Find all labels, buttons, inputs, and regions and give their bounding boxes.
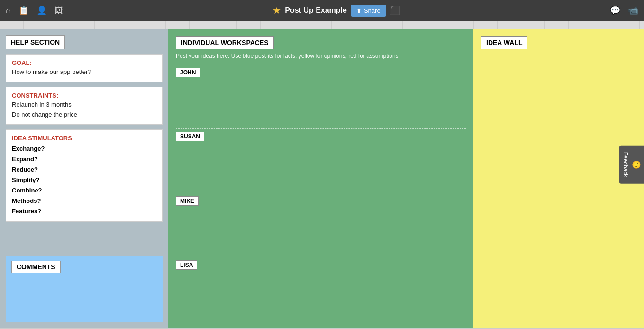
image-icon[interactable]: 🖼 (54, 6, 63, 16)
center-panel: INDIVIDUAL WORKSPACES Post your ideas he… (168, 29, 473, 328)
stimulator-2: Reduce? (12, 164, 156, 175)
nav-left-icons: ⌂ 📋 👤 🖼 (6, 5, 63, 16)
feedback-emoji: 🙂 (632, 160, 641, 169)
workspace-row-lisa[interactable]: LISA (176, 257, 466, 321)
workspace-row-mike[interactable]: MIKE (176, 193, 466, 258)
stimulators-label: IDEA STIMULATORS: (12, 135, 156, 142)
individual-ws-title: INDIVIDUAL WORKSPACES (176, 36, 274, 49)
ruler-marks (0, 21, 644, 29)
workspace-row-john[interactable]: JOHN (176, 65, 466, 129)
nav-right-icons: 💬 📹 (610, 5, 638, 16)
idea-wall-title: IDEA WALL (481, 36, 527, 49)
stimulator-0: Exchange? (12, 144, 156, 154)
constraints-line-1: Relaunch in 3 months (12, 100, 156, 110)
video-icon[interactable]: 📹 (628, 5, 638, 16)
comments-panel: COMMENTS (6, 256, 163, 322)
row-label-mike: MIKE (176, 196, 199, 206)
help-section-label: HELP SECTION (6, 35, 65, 49)
workspace-rows: JOHN SUSAN MIKE LISA (176, 65, 466, 321)
stimulator-5: Methods? (12, 196, 156, 206)
share-icon: ⬆ (356, 7, 362, 14)
comments-label: COMMENTS (11, 261, 61, 273)
ruler (0, 21, 644, 29)
feedback-label: Feedback (622, 152, 629, 177)
left-panel: HELP SECTION GOAL: How to make our app b… (0, 29, 168, 328)
home-icon[interactable]: ⌂ (6, 6, 11, 16)
row-label-susan: SUSAN (176, 132, 204, 141)
stimulators-list: Exchange? Expand? Reduce? Simplify? Comb… (12, 144, 156, 217)
goal-label: GOAL: (12, 59, 156, 66)
dashed-line-susan (204, 137, 466, 137)
stimulator-3: Simplify? (12, 175, 156, 185)
chat-icon[interactable]: 💬 (610, 5, 620, 16)
stimulator-4: Combine? (12, 185, 156, 196)
goal-card: GOAL: How to make our app better? (6, 54, 163, 82)
top-nav: ⌂ 📋 👤 🖼 ★ Post Up Example ⬆ Share ⬛ 💬 📹 (0, 0, 644, 21)
dashed-line-lisa (204, 265, 466, 265)
constraints-line-2: Do not change the price (12, 110, 156, 119)
book-icon[interactable]: 📋 (18, 5, 29, 16)
main-area: HELP SECTION GOAL: How to make our app b… (0, 29, 644, 328)
stimulators-card: IDEA STIMULATORS: Exchange? Expand? Redu… (6, 129, 163, 222)
row-label-john: JOHN (176, 68, 200, 77)
share-button[interactable]: ⬆ Share (351, 5, 386, 17)
goal-text: How to make our app better? (12, 67, 156, 77)
page-title: Post Up Example (285, 6, 347, 15)
dashed-line-mike (204, 201, 466, 201)
star-icon[interactable]: ★ (272, 5, 281, 16)
share-label: Share (364, 7, 381, 14)
constraints-label: CONSTRAINTS: (12, 92, 156, 99)
present-icon[interactable]: ⬛ (390, 5, 400, 16)
dashed-line-john (204, 73, 466, 73)
user-icon[interactable]: 👤 (36, 5, 47, 16)
stimulator-1: Expand? (12, 154, 156, 164)
ws-subtitle: Post your ideas here. Use blue post-its … (176, 52, 466, 60)
right-panel: IDEA WALL (473, 29, 644, 328)
feedback-tab[interactable]: 🙂 Feedback (619, 146, 644, 184)
workspace-row-susan[interactable]: SUSAN (176, 129, 466, 193)
row-label-lisa: LISA (176, 260, 197, 270)
constraints-card: CONSTRAINTS: Relaunch in 3 months Do not… (6, 87, 163, 125)
stimulator-6: Features? (12, 206, 156, 217)
nav-title-area: ★ Post Up Example ⬆ Share ⬛ (71, 5, 602, 17)
